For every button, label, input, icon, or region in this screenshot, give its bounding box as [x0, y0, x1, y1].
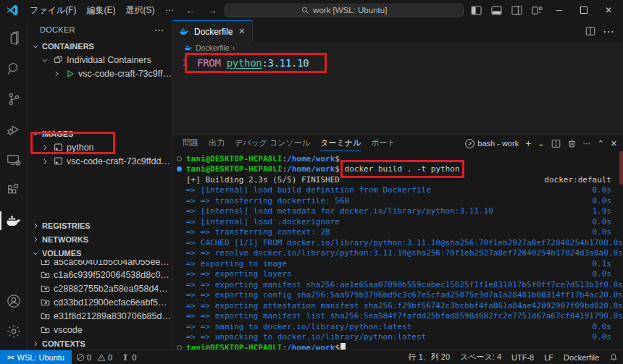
panel-tab[interactable]: 問題 — [183, 135, 198, 151]
code-keyword: FROM — [197, 57, 221, 69]
run-debug-icon[interactable] — [0, 114, 28, 145]
terminal-line: tani@DESKTOP-HCPA8LI:/home/work$ docker … — [177, 164, 622, 175]
split-terminal-icon[interactable] — [551, 139, 561, 148]
chevron-right-icon — [30, 339, 41, 349]
breadcrumb[interactable]: Dockerfile › — [172, 42, 623, 53]
terminal[interactable]: tani@DESKTOP-HCPA8LI:/home/work$tani@DES… — [172, 151, 623, 350]
menu-item[interactable]: 編集(E) — [81, 3, 120, 17]
accounts-icon[interactable] — [0, 286, 28, 316]
nav-back-button[interactable]: ← — [181, 4, 200, 16]
menu-item[interactable]: 選択(S) — [120, 3, 159, 17]
language-mode[interactable]: Dockerfile — [559, 350, 604, 364]
encoding[interactable]: UTF-8 — [506, 350, 539, 364]
chevron-right-icon — [30, 234, 41, 245]
editor-area: Dockerfile ✕ ⋯ Dockerfile › 1 FROM pytho… — [172, 20, 623, 350]
toggle-secondary-sidebar-icon[interactable] — [507, 2, 526, 18]
eol[interactable]: LF — [539, 350, 559, 364]
panel-more-icon[interactable]: ⋯ — [583, 139, 591, 148]
status-bar: >< WSL: Ubuntu 0 0 0 行 1、列 20 スペース: 4 UT… — [0, 350, 623, 364]
customize-layout-icon[interactable] — [527, 2, 546, 18]
tree-item-running-container[interactable]: vsc-code-craft-73c9ffdd06... — [28, 67, 172, 80]
close-panel-icon[interactable]: ✕ — [611, 139, 617, 148]
terminal-scrollbar[interactable] — [619, 151, 623, 185]
sidebar-more-icon[interactable]: ⋯ — [154, 24, 164, 35]
maximize-panel-icon[interactable]: ⌃ — [598, 139, 604, 148]
editor-more-icon[interactable]: ⋯ — [603, 25, 614, 38]
volume-icon — [40, 324, 51, 335]
terminal-line: => => transferring dockerfile: 56B0.0s — [177, 195, 622, 206]
panel-tab[interactable]: デバッグ コンソール — [235, 135, 310, 151]
terminal-line: => [internal] load build definition from… — [177, 185, 622, 196]
panel-tab[interactable]: 出力 — [209, 135, 225, 151]
chevron-down-icon — [30, 41, 41, 51]
tab-dockerfile[interactable]: Dockerfile ✕ — [172, 20, 253, 42]
maximize-button[interactable] — [572, 1, 595, 20]
code-image-link[interactable]: python — [227, 57, 262, 69]
section-volumes[interactable]: VOLUMES — [28, 246, 172, 260]
volume-item[interactable]: cd33bd12900ecfac6eabf517a10... — [28, 295, 172, 309]
close-window-button[interactable]: ✕ — [597, 1, 620, 20]
settings-gear-icon[interactable] — [0, 316, 28, 347]
volume-item[interactable]: vscode — [28, 323, 172, 337]
docker-file-icon — [184, 43, 193, 52]
image-item[interactable]: vsc-code-craft-73c9ffdd06d... — [28, 154, 172, 168]
extensions-icon[interactable] — [0, 175, 28, 206]
panel-tabs: 問題出力デバッグ コンソールターミナルポート — [183, 135, 396, 151]
kill-terminal-trash-icon[interactable] — [567, 139, 577, 148]
container-running-icon — [64, 68, 75, 79]
remote-explorer-icon[interactable] — [0, 145, 28, 175]
split-editor-icon[interactable] — [585, 26, 595, 36]
bottom-panel: 問題出力デバッグ コンソールターミナルポート > bash - work + ⌄… — [172, 135, 623, 350]
docker-icon[interactable] — [0, 206, 28, 236]
image-item[interactable]: python — [28, 140, 172, 154]
breadcrumb-item[interactable]: Dockerfile — [196, 43, 230, 52]
vscode-logo-icon — [6, 4, 19, 17]
volume-item-clipped[interactable]: a5cac60401b5c04af055eeacc0e... — [28, 260, 172, 268]
terminal-line: => [internal] load .dockerignore0.0s — [177, 216, 622, 227]
terminal-line: => => transferring context: 2B0.0s — [177, 227, 622, 238]
new-terminal-icon[interactable]: + — [525, 137, 531, 149]
volume-item[interactable]: c28882755b2a58ea958d418ed9... — [28, 282, 172, 295]
terminal-line: => exporting to image0.1s — [177, 258, 622, 269]
radio-tower-icon — [121, 353, 130, 362]
section-networks[interactable]: NETWORKS — [28, 232, 172, 246]
section-contexts[interactable]: CONTEXTS — [28, 337, 172, 350]
indentation[interactable]: スペース: 4 — [455, 350, 506, 364]
explorer-icon[interactable] — [0, 23, 28, 54]
section-images[interactable]: IMAGES — [28, 127, 172, 140]
panel-tab[interactable]: ポート — [371, 135, 396, 151]
images-list: pythonvsc-code-craft-73c9ffdd06d... — [28, 140, 172, 168]
command-marker-active-icon — [177, 166, 182, 172]
section-containers[interactable]: CONTAINERS — [28, 39, 172, 53]
tab-close-icon[interactable]: ✕ — [238, 27, 245, 36]
chevron-down-icon — [30, 248, 41, 258]
ports-indicator[interactable]: 0 — [117, 350, 141, 364]
command-center-search[interactable]: work [WSL: Ubuntu] — [225, 4, 464, 17]
menu-item[interactable]: ⋯ — [159, 3, 178, 17]
chevron-right-icon — [51, 69, 62, 79]
section-registries[interactable]: REGISTRIES — [28, 219, 172, 232]
menu-item[interactable]: ファイル(F) — [25, 3, 81, 17]
toggle-panel-icon[interactable] — [487, 2, 506, 18]
source-control-icon[interactable] — [0, 84, 28, 114]
notifications-bell-icon[interactable] — [604, 350, 623, 364]
search-icon — [301, 7, 309, 14]
problems-indicator[interactable]: 0 0 — [72, 350, 117, 364]
terminal-instance-label[interactable]: > bash - work — [465, 139, 519, 148]
nav-forward-button[interactable]: → — [203, 4, 222, 16]
code-editor[interactable]: 1 FROM python:3.11.10 — [172, 53, 623, 135]
titlebar: ファイル(F)編集(E)選択(S)⋯ ← → work [WSL: Ubuntu… — [0, 0, 623, 20]
panel-header: 問題出力デバッグ コンソールターミナルポート > bash - work + ⌄… — [172, 135, 623, 151]
terminal-dropdown-icon[interactable]: ⌄ — [538, 139, 544, 148]
volume-icon — [40, 297, 51, 308]
minimize-button[interactable]: ─ — [548, 1, 571, 20]
search-sidebar-icon[interactable] — [0, 54, 28, 84]
tree-item-individual-containers[interactable]: Individual Containers — [28, 53, 172, 67]
toggle-sidebar-icon[interactable] — [467, 2, 485, 18]
volume-item[interactable]: e31f8d21289a830706b85df07c... — [28, 309, 172, 323]
chevron-down-icon — [40, 55, 50, 65]
volume-item[interactable]: c1a6c939f520064538d8c03a67... — [28, 268, 172, 282]
cursor-position[interactable]: 行 1、列 20 — [404, 350, 455, 364]
panel-tab[interactable]: ターミナル — [320, 135, 361, 151]
remote-indicator[interactable]: >< WSL: Ubuntu — [0, 350, 72, 364]
